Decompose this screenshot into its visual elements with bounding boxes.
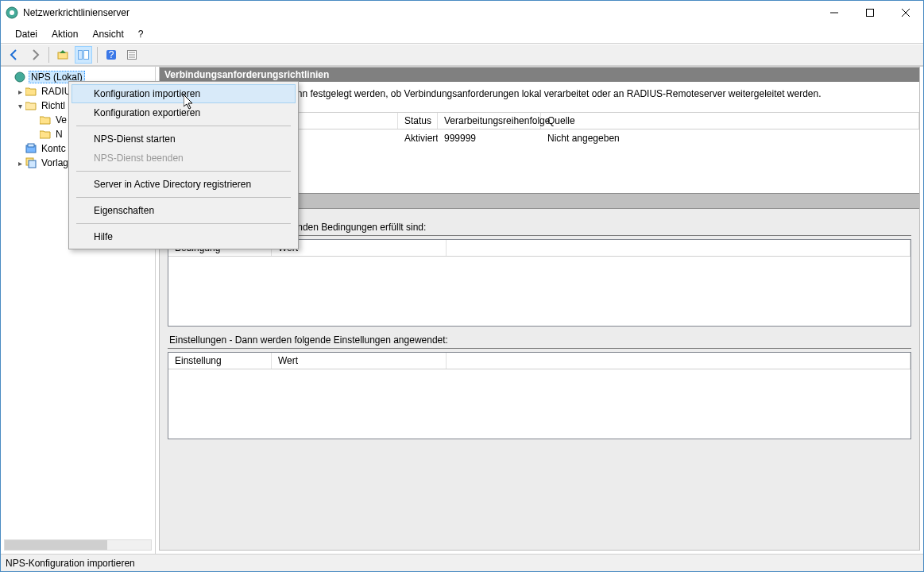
folder-icon xyxy=(39,128,52,141)
folder-open-icon xyxy=(25,99,37,112)
expander-icon[interactable]: ▸ xyxy=(15,87,25,96)
statusbar-text: NPS-Konfiguration importieren xyxy=(6,558,135,569)
col-status[interactable]: Status xyxy=(398,113,438,129)
context-menu: Konfiguration importieren Konfiguration … xyxy=(68,81,299,249)
tree-label: Vorlag xyxy=(40,157,70,168)
nps-icon xyxy=(14,71,26,83)
templates-icon xyxy=(25,157,37,169)
menubar: Datei Aktion Ansicht ? xyxy=(1,25,923,44)
properties-button[interactable] xyxy=(123,46,141,64)
settings-grid-header: Einstellung Wert xyxy=(168,353,910,369)
policy-status: Aktiviert xyxy=(398,131,438,145)
svg-rect-7 xyxy=(79,51,83,60)
statusbar: NPS-Konfiguration importieren xyxy=(1,554,923,571)
svg-rect-3 xyxy=(866,10,873,17)
back-button[interactable] xyxy=(6,46,23,64)
section-title: Verbindungsanforderungsrichtlinien xyxy=(164,69,329,80)
policy-order: 999999 xyxy=(438,131,541,145)
details-pane: Bedingungen - Wenn die folgenden Bedingu… xyxy=(160,209,919,550)
menu-action[interactable]: Aktion xyxy=(45,26,84,42)
menu-view[interactable]: Ansicht xyxy=(86,26,130,42)
app-window: Netzwerkrichtlinienserver Datei Aktion A… xyxy=(0,0,924,572)
cm-properties[interactable]: Eigenschaften xyxy=(72,201,296,220)
settings-col-value[interactable]: Wert xyxy=(272,353,447,369)
svg-point-1 xyxy=(10,10,14,15)
menu-help[interactable]: ? xyxy=(132,26,150,42)
close-button[interactable] xyxy=(887,1,923,25)
cm-separator xyxy=(76,197,291,198)
cm-export-config[interactable]: Konfiguration exportieren xyxy=(72,103,296,122)
expander-icon[interactable]: ▾ xyxy=(15,102,25,110)
svg-text:?: ? xyxy=(109,49,114,60)
tree-label: Ve xyxy=(54,114,68,126)
minimize-button[interactable] xyxy=(816,1,852,25)
svg-rect-19 xyxy=(29,160,36,168)
cm-separator xyxy=(76,171,291,172)
tree-label: Kontc xyxy=(40,143,68,154)
svg-rect-6 xyxy=(58,52,68,59)
app-icon xyxy=(6,6,18,19)
titlebar: Netzwerkrichtlinienserver xyxy=(1,1,923,25)
conditions-grid[interactable]: Bedingung Wert xyxy=(168,239,911,327)
col-order[interactable]: Verarbeitungsreihenfolge xyxy=(438,113,541,129)
settings-col-setting[interactable]: Einstellung xyxy=(168,353,272,369)
settings-col-spacer xyxy=(447,353,910,369)
forward-button[interactable] xyxy=(26,46,44,64)
folder-icon xyxy=(39,114,52,126)
help-button[interactable]: ? xyxy=(102,46,120,64)
tree-label: N xyxy=(54,129,64,140)
toolbar: ? xyxy=(1,44,923,66)
conditions-col-spacer xyxy=(447,240,910,256)
folder-icon xyxy=(25,85,37,98)
up-button[interactable] xyxy=(54,46,72,64)
section-header: Verbindungsanforderungsrichtlinien xyxy=(160,68,919,82)
toolbar-separator xyxy=(48,47,49,63)
show-hide-tree-button[interactable] xyxy=(75,46,92,64)
settings-caption: Einstellungen - Dann werden folgende Ein… xyxy=(168,327,911,348)
cm-stop-service: NPS-Dienst beenden xyxy=(72,149,296,168)
policy-source: Nicht angegeben xyxy=(541,131,919,145)
svg-rect-8 xyxy=(84,51,89,60)
cm-start-service[interactable]: NPS-Dienst starten xyxy=(72,129,296,149)
col-source[interactable]: Quelle xyxy=(541,113,919,129)
svg-point-15 xyxy=(15,72,25,82)
cm-import-config[interactable]: Konfiguration importieren xyxy=(72,84,296,103)
tree-label: Richtl xyxy=(40,100,67,111)
settings-grid[interactable]: Einstellung Wert xyxy=(168,352,911,439)
tree-scrollbar[interactable] xyxy=(4,539,152,551)
maximize-button[interactable] xyxy=(852,1,887,25)
window-title: Netzwerkrichtlinienserver xyxy=(23,7,130,18)
cm-register-ad[interactable]: Server in Active Directory registrieren xyxy=(72,175,296,194)
svg-rect-17 xyxy=(28,144,34,147)
divider xyxy=(168,348,911,349)
accounting-icon xyxy=(25,142,37,155)
cm-help[interactable]: Hilfe xyxy=(72,227,296,246)
cm-separator xyxy=(76,126,291,126)
cm-separator xyxy=(76,223,291,224)
expander-icon[interactable]: ▸ xyxy=(15,159,25,168)
menu-file[interactable]: Datei xyxy=(9,26,44,42)
toolbar-separator xyxy=(97,47,98,63)
